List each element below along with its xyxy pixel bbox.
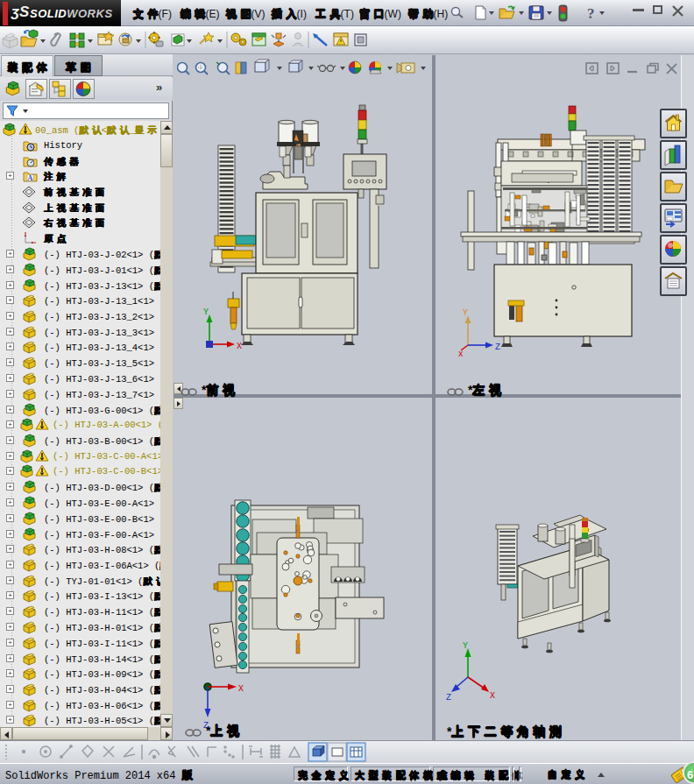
svg-text:Y: Y bbox=[463, 308, 468, 318]
svg-text:X: X bbox=[238, 684, 244, 694]
svg-text:Z: Z bbox=[495, 343, 500, 352]
svg-text:X: X bbox=[490, 691, 495, 701]
svg-text:Y: Y bbox=[203, 307, 209, 317]
svg-text:X: X bbox=[458, 350, 464, 359]
svg-text:X: X bbox=[237, 342, 242, 351]
svg-text:?: ? bbox=[587, 5, 595, 22]
svg-text:Z: Z bbox=[446, 693, 451, 703]
svg-text:Y: Y bbox=[463, 641, 468, 651]
svg-text:A: A bbox=[28, 174, 33, 182]
